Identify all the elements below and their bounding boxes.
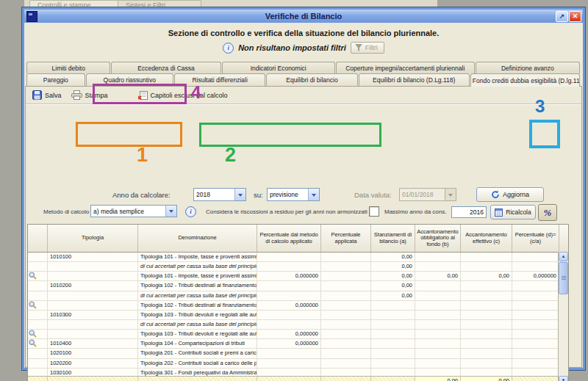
table-row[interactable]: Tipologia 103 - Tributi devoluti e regol… bbox=[28, 330, 568, 339]
table-row[interactable]: 1010100Tipologia 101 - Imposte, tasse e … bbox=[28, 253, 568, 262]
table-row[interactable]: 1020100Tipologia 201 - Contributi social… bbox=[28, 349, 568, 358]
cell-pmc bbox=[257, 311, 321, 319]
header-icon-column bbox=[28, 225, 48, 252]
close-button[interactable]: ✕ bbox=[569, 11, 581, 22]
aggiorna-button[interactable]: Aggiorna bbox=[476, 187, 544, 202]
cell-perc bbox=[512, 281, 559, 290]
filter-notice: Non risultano impostati filtri bbox=[238, 43, 346, 52]
row-magnifier-cell[interactable] bbox=[28, 301, 48, 310]
magnifier-icon[interactable] bbox=[29, 339, 37, 347]
ricalcola-button[interactable]: Ricalcola bbox=[490, 205, 536, 219]
dropdown-arrow-icon[interactable] bbox=[234, 189, 245, 200]
cell-accc bbox=[461, 330, 512, 338]
filter-notice-row: i Non risultano impostati filtri Filtri bbox=[24, 42, 583, 54]
cell-name: Tipologia 102 - Tributi destinati al fin… bbox=[138, 281, 257, 290]
cell-name: Tipologia 101 - Imposte, tasse e provent… bbox=[138, 253, 257, 261]
cell-perc bbox=[512, 301, 559, 310]
column-header-1: Denominazione bbox=[138, 225, 257, 252]
cell-accc: 0,00 bbox=[461, 272, 512, 280]
tab-r2-3[interactable]: Equilibri di bilancio bbox=[266, 73, 357, 86]
table-row[interactable]: 1020200Tipologia 202 - Contributi social… bbox=[28, 359, 568, 369]
cell-perc bbox=[512, 311, 559, 319]
cell-accc bbox=[461, 281, 512, 290]
magnifier-icon[interactable] bbox=[29, 272, 37, 280]
tab-r1-1[interactable]: Eccedenza di Cassa bbox=[111, 62, 220, 73]
column-header-4: Stanziamenti di bilancio (a) bbox=[371, 225, 415, 252]
scroll-up-arrow-icon[interactable]: ▲ bbox=[559, 252, 568, 261]
table-row[interactable]: 1010400Tipologia 104 - Compartecipazioni… bbox=[28, 339, 568, 349]
tab-r2-4[interactable]: Equilibri di bilancio (D.Lg.118) bbox=[359, 73, 470, 86]
anno-da-calcolare-select[interactable]: 2018 bbox=[193, 188, 246, 201]
vertical-scrollbar[interactable]: ▲ ▼ bbox=[558, 252, 568, 381]
cell-code: 1020200 bbox=[48, 359, 138, 368]
considera-riscossioni-checkbox[interactable] bbox=[369, 206, 379, 217]
cell-pa bbox=[321, 339, 371, 348]
printer-icon bbox=[71, 90, 82, 100]
toolbar: Salva Stampa Capitoli esclusi dal calcol… bbox=[26, 87, 581, 104]
tab-r2-1[interactable]: Quadro riassuntivo bbox=[86, 73, 173, 86]
cell-code: 1020100 bbox=[48, 349, 138, 358]
table-row[interactable]: di cui accertati per cassa sulla base de… bbox=[28, 320, 568, 330]
tab-r2-0[interactable]: Pareggio bbox=[26, 73, 85, 86]
cell-code: 1010200 bbox=[48, 281, 138, 290]
restore-button[interactable]: ↗ bbox=[556, 11, 568, 22]
tab-r1-0[interactable]: Limiti debito bbox=[26, 62, 110, 73]
cell-pa bbox=[321, 349, 371, 358]
window-title: Verifiche di Bilancio bbox=[24, 12, 583, 21]
tab-r1-3[interactable]: Coperture impegni/accertamenti plurienna… bbox=[336, 62, 475, 73]
table-row[interactable]: Tipologia 102 - Tributi destinati al fin… bbox=[28, 301, 568, 311]
cell-accb bbox=[415, 262, 461, 271]
cell-accb bbox=[415, 301, 461, 310]
tab-r2-5[interactable]: Fondo crediti dubbia esigibilità (D.lg.1… bbox=[470, 73, 580, 87]
cell-pmc bbox=[257, 253, 321, 261]
cell-code bbox=[48, 320, 138, 329]
tab-r2-2[interactable]: Risultati differenziali bbox=[174, 73, 265, 86]
data-valuta-label: Data valuta: bbox=[354, 191, 392, 199]
cell-pmc bbox=[257, 291, 321, 300]
row-icon-cell bbox=[28, 291, 48, 300]
capitoli-esclusi-button[interactable]: Capitoli esclusi dal calcolo bbox=[136, 90, 232, 101]
tab-r1-4[interactable]: Definizione avanzo bbox=[476, 62, 580, 73]
row-magnifier-cell[interactable] bbox=[28, 272, 48, 280]
table-row[interactable]: Tipologia 101 - Imposte, tasse e provent… bbox=[28, 272, 568, 281]
scroll-down-arrow-icon[interactable]: ▼ bbox=[559, 376, 568, 381]
dropdown-arrow-icon[interactable] bbox=[308, 189, 319, 200]
cell-perc bbox=[512, 339, 559, 348]
considera-riscossioni-label: Considera le riscossioni a residuo per g… bbox=[206, 208, 368, 215]
magnifier-icon[interactable] bbox=[29, 301, 37, 309]
dropdown-arrow-icon bbox=[445, 189, 456, 200]
table-row[interactable]: di cui accertati per cassa sulla base de… bbox=[28, 291, 568, 301]
cell-accb bbox=[415, 339, 461, 348]
metodo-di-calcolo-select[interactable]: a) media semplice bbox=[90, 205, 177, 217]
filtri-button[interactable]: Filtri bbox=[351, 42, 384, 54]
cell-pmc bbox=[257, 262, 321, 271]
save-button[interactable]: Salva bbox=[30, 89, 66, 101]
dropdown-arrow-icon[interactable] bbox=[165, 206, 176, 217]
table-row[interactable]: 1010300Tipologia 103 - Tributi devoluti … bbox=[28, 311, 568, 320]
info-icon: i bbox=[223, 43, 234, 54]
cell-perc bbox=[512, 320, 559, 329]
table-row[interactable]: di cui accertati per cassa sulla base de… bbox=[28, 262, 568, 272]
cell-accb bbox=[415, 281, 461, 290]
cell-pa bbox=[321, 253, 371, 261]
cell-perc bbox=[512, 253, 559, 261]
percent-tool-button[interactable]: % bbox=[538, 204, 557, 221]
print-button-label: Stampa bbox=[85, 92, 108, 99]
table-totals-row: 0,00 0,00 bbox=[28, 376, 559, 381]
cell-sta bbox=[371, 349, 415, 358]
cell-pmc: 0,000000 bbox=[257, 272, 321, 280]
row-icon-cell bbox=[28, 359, 48, 368]
row-magnifier-cell[interactable] bbox=[28, 330, 48, 338]
magnifier-icon[interactable] bbox=[29, 330, 37, 338]
table-row[interactable]: 1010200Tipologia 102 - Tributi destinati… bbox=[28, 281, 568, 291]
print-button[interactable]: Stampa bbox=[69, 89, 112, 101]
metodo-info-icon[interactable]: i bbox=[185, 206, 196, 217]
row-magnifier-cell[interactable] bbox=[28, 339, 48, 348]
massimo-anno-input[interactable] bbox=[451, 206, 487, 218]
su-select[interactable]: previsione bbox=[267, 188, 320, 201]
tab-content-panel: Salva Stampa Capitoli esclusi dal calcol… bbox=[25, 86, 582, 368]
scrollbar-thumb[interactable] bbox=[559, 262, 568, 294]
tab-r1-2[interactable]: Indicatori Economici bbox=[222, 62, 335, 73]
cell-name: di cui accertati per cassa sulla base de… bbox=[138, 320, 257, 329]
cell-name: Tipologia 201 - Contributi sociali e pre… bbox=[138, 349, 257, 358]
